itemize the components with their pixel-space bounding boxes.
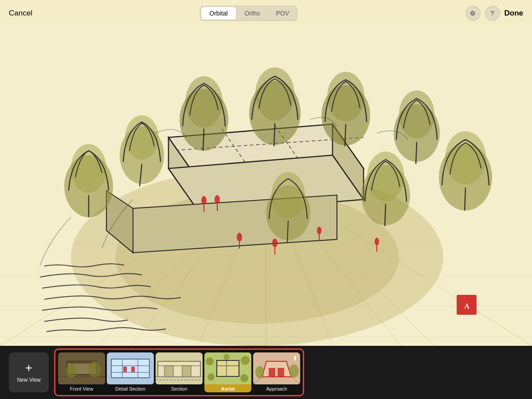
thumb-label-aerial: Aerial: [204, 384, 251, 392]
svg-point-44: [185, 76, 223, 128]
thumbnail-strip: Front View Detail Section: [54, 348, 304, 396]
orbital-view-button[interactable]: Orbital: [201, 7, 235, 20]
settings-button[interactable]: ⚙: [466, 6, 481, 21]
svg-point-95: [223, 354, 230, 360]
svg-marker-97: [262, 361, 291, 377]
svg-rect-99: [278, 368, 284, 377]
svg-rect-78: [123, 367, 127, 372]
svg-point-29: [237, 233, 242, 242]
ortho-view-button[interactable]: Ortho: [237, 6, 268, 20]
svg-point-91: [206, 357, 214, 365]
svg-rect-81: [158, 361, 200, 377]
thumb-img-aerial: [204, 352, 251, 384]
thumb-label-approach: Approach: [253, 384, 300, 392]
svg-rect-88: [217, 360, 239, 376]
help-button[interactable]: ?: [485, 6, 500, 21]
new-view-button[interactable]: + New View: [9, 352, 49, 392]
svg-point-70: [66, 364, 77, 378]
cancel-button[interactable]: Cancel: [9, 9, 32, 18]
svg-point-47: [255, 67, 294, 121]
header-right-controls: ⚙ ? Done: [466, 6, 524, 21]
thumbnail-aerial[interactable]: Aerial: [204, 352, 251, 392]
thumbnail-detail-section[interactable]: Detail Section: [107, 352, 154, 392]
thumbnail-approach[interactable]: ⬆ Approach: [253, 352, 300, 392]
svg-point-71: [88, 361, 101, 377]
share-icon[interactable]: ⬆: [293, 355, 298, 362]
sketch-canvas: A: [0, 0, 532, 399]
svg-point-35: [375, 238, 379, 246]
new-view-label: New View: [17, 377, 40, 383]
thumb-img-detail-section: [107, 352, 154, 384]
thumb-label-front-view: Front View: [58, 384, 105, 392]
svg-point-25: [201, 196, 207, 205]
svg-point-33: [317, 227, 321, 235]
header: Cancel Orbital Ortho POV ⚙ ? Done: [0, 0, 532, 27]
svg-rect-98: [269, 368, 275, 377]
thumb-label-section: Section: [156, 384, 203, 392]
thumbnail-front-view[interactable]: Front View: [58, 352, 105, 392]
thumb-img-front-view: [58, 352, 105, 384]
thumb-label-detail-section: Detail Section: [107, 384, 154, 392]
svg-rect-84: [182, 366, 191, 377]
svg-rect-83: [164, 366, 173, 377]
svg-point-94: [240, 374, 248, 382]
view-mode-controls: Orbital Ortho POV: [200, 6, 297, 21]
thumb-img-section: [156, 352, 203, 384]
svg-point-102: [255, 366, 264, 379]
svg-point-53: [399, 90, 434, 138]
done-button[interactable]: Done: [505, 9, 524, 18]
bottom-panel: + New View Front View: [0, 346, 532, 399]
svg-point-31: [272, 239, 278, 247]
svg-point-93: [207, 373, 215, 380]
svg-text:A: A: [464, 302, 469, 310]
svg-rect-73: [111, 359, 149, 378]
thumbnail-section[interactable]: Section: [156, 352, 203, 392]
canvas-area[interactable]: A: [0, 0, 532, 399]
svg-rect-79: [131, 367, 135, 372]
svg-point-27: [215, 195, 220, 204]
svg-point-92: [241, 356, 250, 365]
pov-view-button[interactable]: POV: [268, 6, 297, 20]
svg-point-103: [289, 364, 299, 378]
plus-icon: +: [25, 362, 32, 374]
